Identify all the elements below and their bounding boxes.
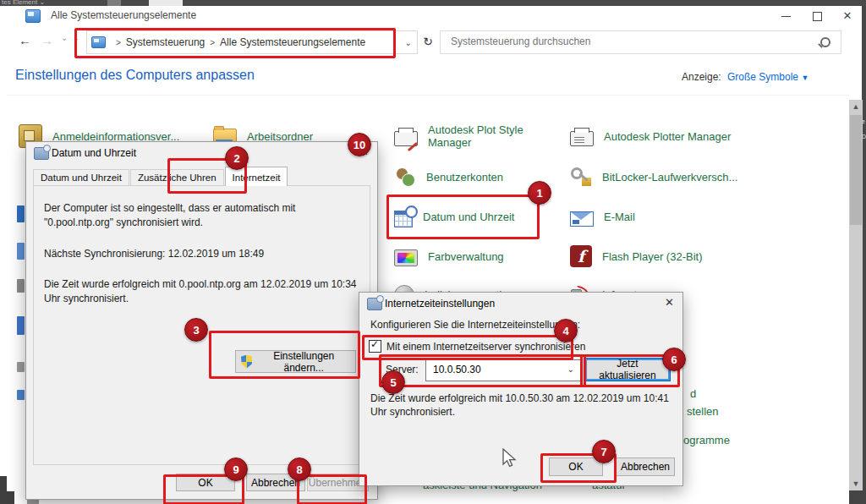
change-settings-label: Einstellungen ändern... — [257, 350, 350, 374]
uac-shield-icon — [241, 355, 252, 369]
control-panel-item-autodesk-plot-style-manager[interactable]: Autodesk Plot Style Manager — [394, 122, 531, 151]
sync-status-text: Die Zeit wurde erfolgreich mit 10.0.50.3… — [370, 392, 677, 419]
item-label: Flash Player (32-Bit) — [602, 250, 702, 263]
users-icon — [394, 166, 416, 188]
minimize-button[interactable] — [781, 10, 792, 22]
printer-pen-icon — [394, 131, 418, 146]
partial-icon-sliver — [17, 390, 25, 400]
colors-icon — [394, 249, 418, 266]
maximize-button[interactable] — [811, 10, 823, 22]
mail-icon — [570, 211, 594, 227]
navigation-bar: ← → ⌄ ↑ > Systemsteuerung > Alle Systems… — [7, 25, 862, 58]
search-input[interactable] — [449, 35, 808, 48]
flash-icon — [570, 245, 592, 267]
ntp-config-text: Der Computer ist so eingestellt, dass er… — [44, 201, 361, 230]
control-panel-icon — [91, 36, 106, 48]
control-panel-item-farbverwaltung[interactable]: Farbverwaltung — [394, 242, 504, 271]
control-panel-item-datum-und-uhrzeit[interactable]: Datum und Uhrzeit — [394, 202, 514, 231]
control-panel-icon — [25, 9, 41, 23]
sync-checkbox-label[interactable]: Mit einem Internetzeitserver synchronisi… — [386, 341, 585, 353]
hidden-item-fragment: d — [690, 387, 696, 400]
background-window-corner — [849, 489, 866, 504]
vertical-scrollbar[interactable]: ▲ ▼ — [849, 100, 863, 490]
partial-icon-sliver — [17, 243, 25, 260]
recent-pages-dropdown[interactable]: ⌄ — [61, 33, 68, 42]
close-icon[interactable]: ✕ — [359, 145, 369, 158]
background-window-segment — [149, 0, 183, 6]
configure-intro-text: Konfigurieren Sie die Internetzeiteinste… — [370, 319, 580, 331]
up-button[interactable]: ↑ — [73, 33, 79, 47]
breadcrumb-chevron-icon[interactable]: ⌄ — [405, 38, 412, 47]
breadcrumb[interactable]: > Systemsteuerung > Alle Systemsteuerung… — [86, 30, 418, 54]
ok-button[interactable]: OK — [549, 457, 603, 476]
last-sync-text: Die Zeit wurde erfolgreich mit 0.pool.nt… — [44, 277, 361, 306]
cancel-button[interactable]: Abbrechen — [616, 457, 675, 476]
internetzeit-tab-panel: Der Computer ist so eingestellt, dass er… — [33, 185, 370, 465]
window-title: Alle Systemsteuerungselemente — [51, 9, 196, 21]
view-selector[interactable]: Große Symbole ▼ — [727, 71, 808, 83]
breadcrumb-separator: > — [210, 38, 215, 47]
dialog-button-row: OK Abbrechen Übernehmen — [26, 474, 377, 492]
close-icon[interactable]: ✕ — [665, 296, 674, 309]
background-window-title-fragment: tes Element ⌄ — [2, 0, 45, 6]
breadcrumb-separator: > — [116, 38, 121, 47]
tab-internetzeit[interactable]: Internetzeit — [225, 167, 288, 186]
server-value: 10.0.50.30 — [433, 364, 481, 375]
close-button[interactable]: ✕ — [841, 10, 853, 22]
control-panel-item-e-mail[interactable]: E-Mail — [570, 202, 635, 231]
key-icon — [570, 166, 592, 188]
dialog-tabs: Datum und UhrzeitZusätzliche UhrenIntern… — [33, 167, 370, 186]
page-title: Einstellungen des Computers anpassen — [15, 68, 255, 83]
tab-datum-und-uhrzeit[interactable]: Datum und Uhrzeit — [33, 169, 129, 186]
scroll-up-icon[interactable]: ▲ — [849, 100, 863, 113]
item-label: Autodesk Plot Style Manager — [428, 123, 531, 149]
datetime-icon — [394, 211, 413, 227]
server-combobox[interactable]: 10.0.50.30 ⌄ — [425, 359, 581, 381]
internet-time-dialog-icon — [367, 298, 382, 310]
datetime-dialog: Datum und Uhrzeit ✕ Datum und UhrzeitZus… — [25, 141, 378, 500]
search-box — [440, 30, 841, 54]
background-window-segment — [107, 0, 121, 6]
sync-checkbox[interactable] — [369, 340, 381, 353]
view-selector-value: Große Symbole — [727, 71, 798, 83]
update-now-button[interactable]: Jetzt aktualisieren — [585, 359, 670, 381]
cancel-button[interactable]: Abbrechen — [246, 474, 305, 491]
screenshot-root: tes Element ⌄ e D Alle Systemsteuerungse… — [0, 0, 866, 504]
printer-list-icon — [570, 131, 594, 146]
server-label: Server: — [386, 364, 419, 375]
dialog-titlebar: Internetzeiteinstellungen ✕ — [359, 293, 682, 315]
control-panel-item-autodesk-plotter-manager[interactable]: Autodesk Plotter Manager — [570, 122, 731, 151]
explorer-titlebar: Alle Systemsteuerungselemente ✕ — [7, 6, 862, 25]
breadcrumb-item-systemsteuerung[interactable]: Systemsteuerung — [126, 36, 205, 48]
dialog-titlebar: Datum und Uhrzeit ✕ — [26, 142, 377, 164]
background-window-titlebar: tes Element ⌄ — [0, 0, 866, 6]
dialog-title: Datum und Uhrzeit — [52, 147, 136, 159]
next-sync-text: Nächste Synchronisierung: 12.02.2019 um … — [44, 247, 361, 261]
partial-icon-sliver — [17, 362, 25, 372]
control-panel-item-benutzerkonten[interactable]: Benutzerkonten — [394, 162, 503, 191]
breadcrumb-item-alle-elemente[interactable]: Alle Systemsteuerungselemente — [220, 36, 365, 48]
search-icon[interactable] — [820, 37, 830, 47]
back-button[interactable]: ← — [19, 33, 31, 47]
item-label: Farbverwaltung — [428, 250, 504, 263]
item-label: E-Mail — [604, 211, 635, 223]
header-row: Einstellungen des Computers anpassen Anz… — [7, 58, 862, 95]
refresh-icon[interactable]: ↻ — [419, 30, 436, 52]
scroll-down-icon[interactable]: ▼ — [849, 477, 863, 490]
control-panel-item-bitlocker-laufwerkversch[interactable]: BitLocker-Laufwerkversch... — [570, 162, 737, 191]
item-label: Datum und Uhrzeit — [423, 211, 514, 223]
scrollbar-thumb[interactable] — [850, 115, 862, 225]
dialog-title: Internetzeiteinstellungen — [385, 298, 495, 310]
internet-time-dialog: Internetzeiteinstellungen ✕ Konfiguriere… — [359, 292, 683, 486]
change-settings-button[interactable]: Einstellungen ändern... — [235, 350, 356, 373]
partial-icon-sliver — [17, 279, 25, 293]
hidden-item-fragment: ogramme — [683, 434, 730, 446]
chevron-down-icon: ⌄ — [567, 364, 574, 374]
partial-icon-sliver — [17, 205, 25, 222]
control-panel-item-flash-player-32-bit[interactable]: Flash Player (32-Bit) — [570, 242, 702, 271]
tab-zusätzliche-uhren[interactable]: Zusätzliche Uhren — [130, 169, 224, 186]
ok-button[interactable]: OK — [176, 474, 235, 491]
partial-icon-sliver — [17, 316, 25, 335]
datetime-dialog-icon — [34, 147, 49, 160]
forward-button[interactable]: → — [41, 33, 53, 47]
